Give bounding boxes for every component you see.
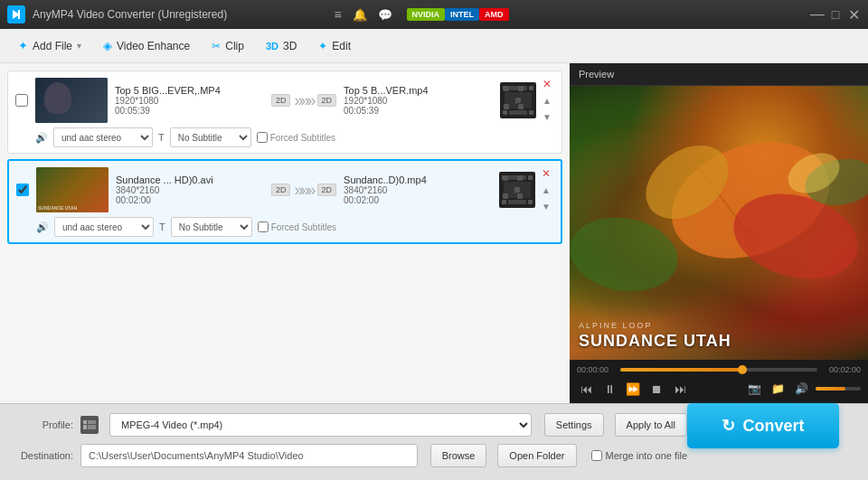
- file-2-output-name: Sundanc..D)0.mp4: [344, 174, 492, 185]
- file-2-checkbox[interactable]: [16, 184, 29, 196]
- file-2-forced-label: Forced Subtitles: [271, 222, 336, 232]
- file-2-thumbnail: SUNDANCE UTAH: [36, 167, 108, 212]
- clip-button[interactable]: ✂ Clip: [203, 36, 253, 56]
- file-2-close-button[interactable]: ✕: [539, 166, 553, 181]
- file-1-thumbnail: [35, 78, 108, 123]
- play-button[interactable]: ⏸: [600, 380, 618, 398]
- file-item-2-top: SUNDANCE UTAH Sundance ... HD)0.avi 3840…: [16, 166, 553, 213]
- file-2-up-button[interactable]: ▲: [539, 183, 553, 197]
- file-1-audio-select[interactable]: und aac stereo: [53, 127, 153, 147]
- file-2-forced-checkbox[interactable]: [258, 221, 269, 232]
- close-button[interactable]: ✕: [846, 7, 861, 22]
- file-1-convert-badges: 2D »»» 2D: [271, 91, 336, 110]
- stop-button[interactable]: ⏹: [647, 380, 665, 398]
- file-1-subtitle-select[interactable]: No Subtitle: [170, 127, 251, 147]
- window-controls: — □ ✕: [810, 7, 861, 22]
- bottom-area: Profile: MPEG-4 Video (*.mp4) Settings: [14, 413, 854, 467]
- progress-bar[interactable]: [620, 368, 817, 372]
- file-1-duration: 00:05:39: [115, 106, 150, 116]
- clip-label: Clip: [225, 40, 244, 52]
- file-1-forced-label: Forced Subtitles: [270, 133, 335, 143]
- file-1-source-badge: 2D: [271, 94, 291, 107]
- progress-handle[interactable]: [738, 365, 747, 374]
- profile-label: Profile:: [14, 419, 73, 430]
- file-1-film-icon[interactable]: ▶: [500, 82, 536, 118]
- minimize-button[interactable]: —: [810, 7, 825, 22]
- file-1-down-button[interactable]: ▼: [540, 109, 554, 124]
- svg-rect-1: [18, 10, 20, 19]
- clip-icon: ✂: [212, 40, 221, 52]
- file-2-audio-icon: 🔊: [36, 221, 49, 233]
- profile-icon: [80, 416, 99, 434]
- settings-button[interactable]: Settings: [544, 413, 604, 437]
- file-2-film-icon[interactable]: ▶: [499, 172, 535, 208]
- file-1-output-duration: 00:05:39: [344, 106, 379, 116]
- edit-button[interactable]: ✦ Edit: [309, 36, 360, 56]
- svg-point-6: [570, 210, 684, 300]
- file-2-side-buttons: ✕ ▲ ▼: [539, 166, 553, 213]
- video-enhance-label: Video Enhance: [117, 40, 190, 52]
- file-2-subtitle-select[interactable]: No Subtitle: [171, 217, 252, 237]
- add-file-dropdown-icon[interactable]: ▾: [77, 41, 81, 51]
- file-1-subtitle-icon: T: [158, 132, 165, 143]
- volume-icon[interactable]: 🔊: [792, 380, 810, 398]
- preview-overlay: ALPINE LOOP SUNDANCE UTAH: [579, 321, 859, 351]
- chat-icon[interactable]: 💬: [378, 8, 392, 22]
- volume-bar[interactable]: [816, 387, 861, 391]
- gpu-badges: NVIDIA INTEL AMD: [407, 8, 509, 21]
- file-2-down-button[interactable]: ▼: [539, 199, 553, 213]
- intel-badge: INTEL: [445, 8, 479, 21]
- video-enhance-icon: ◈: [103, 39, 112, 52]
- arrow-icon-2: »»»: [294, 181, 313, 200]
- add-file-button[interactable]: ✦ Add File ▾: [9, 35, 90, 56]
- file-1-forced-checkbox[interactable]: [257, 132, 268, 143]
- apply-all-button[interactable]: Apply to All: [615, 413, 687, 437]
- bell-icon[interactable]: 🔔: [353, 8, 367, 22]
- progress-bar-container: 00:00:00 00:02:00: [577, 365, 861, 374]
- merge-text: Merge into one file: [606, 450, 688, 461]
- skip-back-button[interactable]: ⏮: [577, 380, 595, 398]
- file-1-bottom: 🔊 und aac stereo T No Subtitle Forced Su…: [15, 127, 554, 147]
- svg-rect-9: [83, 420, 87, 424]
- file-1-close-button[interactable]: ✕: [540, 77, 554, 91]
- video-enhance-button[interactable]: ◈ Video Enhance: [94, 35, 199, 56]
- browse-button[interactable]: Browse: [430, 444, 487, 467]
- profile-select[interactable]: MPEG-4 Video (*.mp4): [109, 413, 532, 437]
- file-2-info: Sundance ... HD)0.avi 3840*2160 00:02:00: [116, 174, 264, 205]
- app-title: AnyMP4 Video Converter (Unregistered): [33, 8, 334, 21]
- 3d-label: 3D: [283, 40, 297, 52]
- merge-checkbox[interactable]: [591, 450, 602, 461]
- merge-label-container: Merge into one file: [591, 450, 688, 461]
- file-2-audio-select[interactable]: und aac stereo: [54, 217, 154, 237]
- open-folder-button[interactable]: Open Folder: [497, 444, 576, 467]
- folder-button[interactable]: 📁: [769, 380, 787, 398]
- file-item-2: SUNDANCE UTAH Sundance ... HD)0.avi 3840…: [7, 159, 562, 244]
- dest-input[interactable]: [80, 444, 418, 467]
- file-item-1: Top 5 BIG...EVER,.MP4 1920*1080 00:05:39…: [7, 71, 562, 154]
- preview-video-bg: ALPINE LOOP SUNDANCE UTAH: [570, 86, 868, 360]
- arrow-icon: »»»: [294, 91, 313, 110]
- file-1-checkbox[interactable]: [15, 94, 28, 107]
- time-current: 00:00:00: [577, 365, 615, 374]
- nvidia-badge: NVIDIA: [407, 8, 446, 21]
- screenshot-button[interactable]: 📷: [745, 380, 763, 398]
- preview-label: Preview: [570, 63, 868, 86]
- svg-rect-11: [83, 425, 87, 429]
- file-item-1-top: Top 5 BIG...EVER,.MP4 1920*1080 00:05:39…: [15, 77, 554, 124]
- maximize-button[interactable]: □: [828, 7, 843, 22]
- file-1-output-meta: 1920*1080 00:05:39: [344, 96, 493, 116]
- file-2-source-badge: 2D: [271, 184, 291, 196]
- 3d-button[interactable]: 3D 3D: [257, 36, 306, 56]
- file-1-meta: 1920*1080 00:05:39: [115, 96, 264, 116]
- fast-forward-button[interactable]: ⏩: [624, 380, 642, 398]
- menu-icon[interactable]: ≡: [334, 7, 341, 22]
- skip-forward-button[interactable]: ⏭: [671, 380, 689, 398]
- preview-controls: 00:00:00 00:02:00 ⏮ ⏸ ⏩ ⏹ ⏭ 📷 📁: [570, 360, 868, 403]
- file-2-meta: 3840*2160 00:02:00: [116, 185, 264, 205]
- add-file-icon: ✦: [18, 39, 28, 52]
- convert-button[interactable]: ↻ Convert: [687, 403, 839, 448]
- file-1-up-button[interactable]: ▲: [540, 93, 554, 108]
- file-1-resolution: 1920*1080: [115, 96, 158, 106]
- file-2-output-duration: 00:02:00: [344, 195, 379, 205]
- edit-label: Edit: [332, 40, 351, 52]
